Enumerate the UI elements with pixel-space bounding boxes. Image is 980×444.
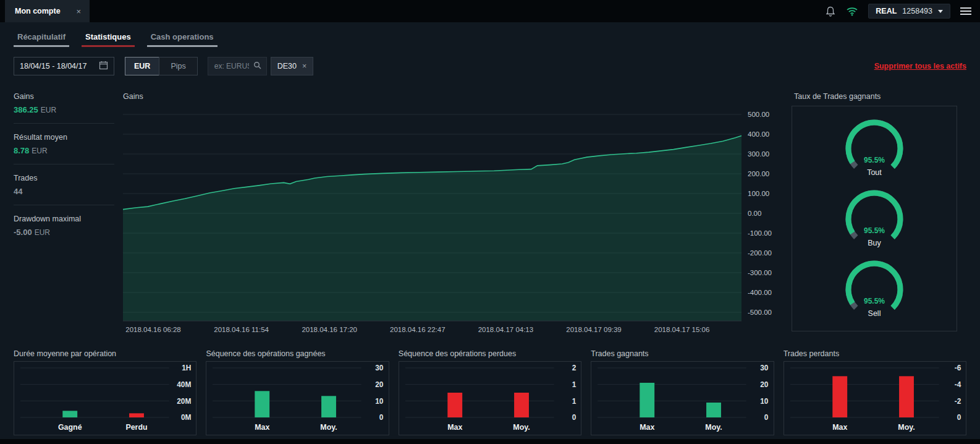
- losing-trades-chart: -6-4-20MaxMoy.: [784, 362, 966, 435]
- win-rate-title: Taux de Trades gagnants: [792, 92, 957, 101]
- svg-text:0: 0: [572, 413, 577, 422]
- svg-text:-2: -2: [954, 397, 961, 406]
- stat-value: 44: [14, 187, 22, 196]
- svg-text:20: 20: [760, 380, 769, 389]
- svg-text:0.00: 0.00: [748, 210, 761, 217]
- mini-chart-winning-trades: Trades gagnants 3020100MaxMoy.: [591, 349, 774, 435]
- account-tab-title: Mon compte: [15, 7, 61, 15]
- mini-chart-title: Séquence des opérations gagnées: [206, 349, 389, 358]
- mini-charts-row: Durée moyenne par opération 1H40M20M0MGa…: [14, 349, 966, 435]
- stat-gains: Gains 386.25EUR: [14, 92, 114, 114]
- svg-text:-300.00: -300.00: [748, 269, 772, 276]
- mini-chart-title: Séquence des opérations perdues: [399, 349, 581, 358]
- svg-text:500.00: 500.00: [748, 111, 769, 118]
- mini-chart-title: Trades gagnants: [591, 349, 774, 358]
- filter-toolbar: 18/04/15 - 18/04/17 EUR Pips DE30 × Supp…: [14, 57, 966, 75]
- mini-chart-title: Trades perdants: [784, 349, 966, 358]
- mini-chart-losing-trades: Trades perdants -6-4-20MaxMoy.: [784, 349, 966, 435]
- instrument-search-input[interactable]: [213, 61, 250, 71]
- date-range-input[interactable]: 18/04/15 - 18/04/17: [14, 57, 114, 75]
- mini-chart-loss-sequence: Séquence des opérations perdues 2110MaxM…: [399, 349, 581, 435]
- account-type-badge: REAL: [876, 7, 897, 15]
- svg-text:0: 0: [379, 413, 384, 422]
- svg-text:2018.04.16 11:54: 2018.04.16 11:54: [214, 326, 269, 333]
- svg-text:100.00: 100.00: [748, 190, 769, 197]
- titlebar-right-controls: REAL 1258493: [825, 4, 980, 19]
- wifi-connection-icon: [846, 6, 858, 16]
- mini-chart-title: Durée moyenne par opération: [14, 349, 196, 358]
- svg-text:10: 10: [376, 397, 384, 406]
- gauge-buy: 95.5% Buy: [836, 188, 913, 251]
- instrument-search: [208, 57, 267, 75]
- svg-text:-200.00: -200.00: [748, 249, 772, 257]
- svg-text:Max: Max: [640, 423, 654, 432]
- svg-text:Gagné: Gagné: [58, 423, 82, 432]
- unit-toggle-eur[interactable]: EUR: [125, 57, 159, 75]
- stat-trades-count: Trades 44: [14, 174, 114, 196]
- stat-average-result: Résultat moyen 8.78EUR: [14, 133, 114, 155]
- menu-hamburger-icon[interactable]: [960, 4, 971, 18]
- notifications-bell-icon[interactable]: [825, 6, 836, 17]
- avg-duration-chart: 1H40M20M0MGagnéPerdu: [14, 362, 196, 435]
- svg-text:20: 20: [376, 380, 384, 389]
- svg-text:Max: Max: [447, 423, 462, 432]
- gauge-tout: 95.5% Tout: [836, 117, 913, 181]
- svg-text:-500.00: -500.00: [748, 309, 772, 316]
- svg-text:-400.00: -400.00: [748, 289, 772, 296]
- svg-text:0M: 0M: [181, 413, 192, 422]
- svg-text:-100.00: -100.00: [748, 229, 772, 237]
- stat-value: 8.78: [14, 146, 29, 155]
- gains-chart: 500.00400.00300.00200.00100.000.00-100.0…: [123, 106, 790, 336]
- svg-text:1: 1: [572, 397, 577, 406]
- svg-text:2018.04.16 06:28: 2018.04.16 06:28: [125, 326, 181, 333]
- svg-text:2018.04.16 22:47: 2018.04.16 22:47: [390, 326, 446, 333]
- stat-label: Gains: [14, 92, 114, 101]
- svg-text:300.00: 300.00: [748, 150, 769, 158]
- remove-all-assets-link[interactable]: Supprimer tous les actifs: [874, 62, 966, 70]
- winning-trades-chart: 3020100MaxMoy.: [591, 362, 773, 435]
- asset-filter-chip[interactable]: DE30 ×: [271, 57, 314, 75]
- win-rate-section: Taux de Trades gagnants 95.5% Tout 95.5%…: [792, 92, 957, 331]
- tab-statistiques[interactable]: Statistiques: [82, 22, 135, 47]
- account-number: 1258493: [902, 7, 932, 15]
- chip-close-icon[interactable]: ×: [302, 62, 306, 70]
- stat-unit: EUR: [41, 106, 56, 114]
- svg-text:1H: 1H: [182, 364, 191, 372]
- summary-stats: Gains 386.25EUR Résultat moyen 8.78EUR T…: [14, 92, 114, 237]
- svg-text:-4: -4: [954, 380, 961, 389]
- svg-text:30: 30: [760, 364, 769, 372]
- svg-text:2018.04.16 17:20: 2018.04.16 17:20: [302, 326, 357, 333]
- section-tabs: Récapitulatif Statistiques Cash operatio…: [14, 22, 218, 47]
- svg-text:2018.04.17 04:13: 2018.04.17 04:13: [478, 326, 534, 333]
- win-sequence-chart: 3020100MaxMoy.: [206, 362, 388, 435]
- loss-sequence-chart: 2110MaxMoy.: [399, 362, 581, 435]
- unit-toggle-pips[interactable]: Pips: [159, 57, 197, 75]
- stat-value: -5.00: [14, 228, 32, 237]
- svg-text:Max: Max: [255, 423, 270, 432]
- win-rate-panel: 95.5% Tout 95.5% Buy 95.5% Sell: [792, 106, 957, 331]
- svg-text:Moy.: Moy.: [513, 423, 530, 432]
- window-bottom-edge: [0, 439, 980, 444]
- tab-close-icon[interactable]: ×: [77, 7, 82, 16]
- gauge-sell: 95.5% Sell: [836, 258, 913, 322]
- gauge-buy-label: Buy: [836, 239, 913, 247]
- stat-label: Drawdown maximal: [14, 215, 114, 223]
- gauge-tout-value: 95.5%: [836, 156, 913, 164]
- tab-cash-operations[interactable]: Cash operations: [147, 22, 218, 47]
- svg-text:2018.04.17 09:39: 2018.04.17 09:39: [566, 326, 622, 333]
- gauge-sell-label: Sell: [836, 309, 913, 318]
- svg-text:1: 1: [572, 380, 577, 389]
- svg-text:200.00: 200.00: [748, 170, 769, 177]
- account-tab[interactable]: Mon compte ×: [5, 0, 90, 22]
- stat-value: 386.25: [14, 105, 38, 114]
- divider: [14, 123, 114, 124]
- svg-text:400.00: 400.00: [748, 130, 769, 138]
- tab-recapitulatif[interactable]: Récapitulatif: [14, 22, 69, 47]
- gains-chart-section: Gains 500.00400.00300.00200.00100.000.00…: [123, 92, 790, 338]
- svg-text:2: 2: [572, 364, 577, 372]
- gauge-tout-label: Tout: [836, 168, 913, 177]
- svg-text:40M: 40M: [177, 380, 191, 389]
- mini-chart-avg-duration: Durée moyenne par opération 1H40M20M0MGa…: [14, 349, 196, 435]
- divider: [14, 205, 114, 205]
- account-selector[interactable]: REAL 1258493: [868, 4, 950, 19]
